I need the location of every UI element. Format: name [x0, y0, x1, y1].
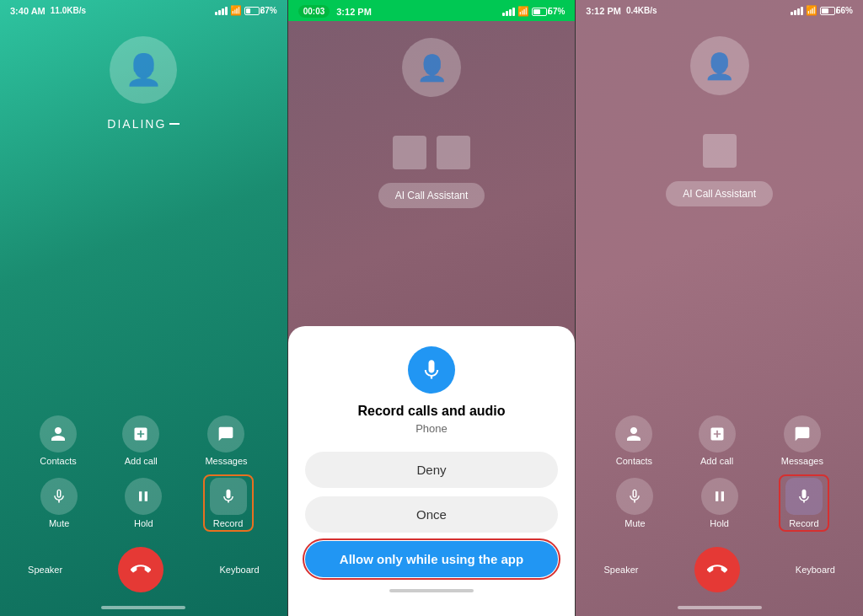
deny-btn[interactable]: Deny [305, 452, 559, 488]
controls-row2-3: Mute Hold Record [592, 478, 846, 528]
placeholder-bar-2b [437, 136, 470, 169]
dialog-title: Record calls and audio [357, 404, 505, 419]
contacts-btn-1[interactable]: Contacts [40, 415, 77, 466]
controls-area-3: Contacts Add call Messages [576, 405, 863, 547]
time-3: 3:12 PM [586, 6, 621, 16]
battery-2: 57% [532, 7, 565, 16]
signal-icon-3 [791, 7, 803, 15]
add-call-btn-1[interactable]: Add call [122, 415, 159, 466]
permission-dialog: Record calls and audio Phone Deny Once A… [288, 326, 576, 616]
person-icon-3: 👤 [704, 51, 735, 81]
hold-icon-3 [701, 478, 738, 515]
mute-label-1: Mute [49, 518, 69, 528]
mute-icon-3 [616, 478, 653, 515]
time-1: 3:40 AM [10, 6, 46, 16]
allow-btn[interactable]: Allow only while using the app [305, 541, 559, 577]
hold-btn-1[interactable]: Hold [125, 478, 162, 528]
mute-btn-1[interactable]: Mute [40, 478, 78, 528]
mute-label-3: Mute [624, 518, 645, 528]
add-call-label-3: Add call [700, 456, 733, 466]
wifi-icon-3: 📶 [806, 5, 817, 16]
network-speed-3: 0.4KB/s [626, 6, 657, 15]
home-indicator-1 [101, 606, 185, 609]
controls-row2-1: Mute Hold Record [17, 478, 271, 528]
placeholder-bars-3 [703, 134, 737, 168]
messages-icon-1 [207, 415, 244, 453]
messages-icon-3 [784, 415, 821, 453]
keyboard-label-3: Keyboard [796, 565, 835, 575]
signal-icon-1 [215, 7, 228, 15]
contacts-label-3: Contacts [616, 456, 652, 466]
avatar-3: 👤 [690, 36, 749, 95]
network-speed-1: 11.0KB/s [51, 6, 86, 15]
speaker-btn-1[interactable]: Speaker [28, 565, 62, 575]
dialog-subtitle: Phone [415, 422, 448, 435]
mute-icon-1 [40, 478, 78, 515]
time-2: 3:12 PM [336, 7, 372, 17]
home-indicator-2 [389, 589, 474, 592]
end-call-btn-1[interactable] [118, 547, 163, 592]
avatar-area-3: 👤 AI Call Assistant [576, 19, 863, 405]
bottom-row-1: Speaker Keyboard [0, 547, 287, 603]
dialing-text: DIALING [107, 117, 180, 131]
wifi-icon-1: 📶 [230, 5, 242, 16]
contacts-icon-1 [40, 415, 77, 453]
add-call-btn-3[interactable]: Add call [699, 415, 736, 466]
avatar-1: 👤 [110, 36, 177, 104]
contacts-label-1: Contacts [40, 456, 76, 466]
hold-btn-3[interactable]: Hold [701, 478, 738, 528]
record-btn-1[interactable]: Record [210, 478, 247, 528]
avatar-2: 👤 [402, 38, 461, 97]
messages-btn-3[interactable]: Messages [781, 415, 823, 466]
record-label-1: Record [213, 518, 243, 528]
call-timer: 00:03 [298, 5, 330, 18]
record-label-3: Record [789, 518, 818, 528]
keyboard-btn-1[interactable]: Keyboard [219, 565, 259, 575]
wifi-icon-2: 📶 [517, 6, 529, 17]
messages-label-3: Messages [781, 456, 823, 466]
add-call-label-1: Add call [125, 456, 158, 466]
placeholder-bar-3a [703, 134, 737, 168]
speaker-btn-3[interactable]: Speaker [603, 565, 638, 575]
phone-screen-2: 00:03 3:12 PM 📶 57% 👤 AI Call Assistant [287, 0, 576, 616]
record-btn-3[interactable]: Record [785, 478, 823, 528]
status-bar-1: 3:40 AM 11.0KB/s 📶 37% [0, 0, 287, 19]
mic-icon-dialog [408, 346, 455, 394]
dialing-cursor [169, 123, 180, 125]
battery-3: 56% [820, 6, 853, 15]
contacts-btn-3[interactable]: Contacts [615, 415, 652, 466]
person-icon-1: 👤 [125, 52, 163, 88]
status-bar-2: 00:03 3:12 PM 📶 57% [288, 0, 576, 21]
bottom-row-3: Speaker Keyboard [576, 547, 863, 603]
dialing-label: DIALING [107, 117, 166, 131]
hold-icon-1 [125, 478, 162, 515]
mute-btn-3[interactable]: Mute [616, 478, 653, 528]
phone-screen-3: 3:12 PM 0.4KB/s 📶 56% 👤 AI Call Assistan… [576, 0, 863, 616]
end-call-btn-3[interactable] [694, 547, 740, 592]
controls-row1-1: Contacts Add call Messages [17, 415, 271, 466]
avatar-area-1: 👤 DIALING [0, 19, 287, 405]
ai-assistant-btn-3[interactable]: AI Call Assistant [666, 181, 773, 206]
ai-assistant-btn-2[interactable]: AI Call Assistant [378, 183, 485, 208]
status-bar-3: 3:12 PM 0.4KB/s 📶 56% [576, 0, 863, 19]
contacts-icon-3 [615, 415, 652, 453]
record-icon-3 [785, 478, 823, 515]
controls-row1-3: Contacts Add call Messages [592, 415, 846, 466]
add-call-icon-1 [122, 415, 159, 453]
home-indicator-3 [678, 606, 762, 609]
record-icon-1 [210, 478, 247, 515]
placeholder-bar-2a [393, 136, 426, 169]
hold-label-1: Hold [134, 518, 153, 528]
phone-screen-1: 3:40 AM 11.0KB/s 📶 37% 👤 DIALING [0, 0, 287, 616]
speaker-label-1: Speaker [28, 565, 62, 575]
placeholder-bars-2 [393, 136, 470, 169]
keyboard-btn-3[interactable]: Keyboard [796, 565, 835, 575]
signal-icon-2 [502, 8, 515, 16]
add-call-icon-3 [699, 415, 736, 453]
controls-area-1: Contacts Add call Messages [0, 405, 287, 547]
person-icon-2: 👤 [416, 53, 448, 83]
messages-label-1: Messages [205, 456, 247, 466]
messages-btn-1[interactable]: Messages [205, 415, 247, 466]
once-btn[interactable]: Once [305, 496, 559, 533]
speaker-label-3: Speaker [603, 565, 638, 575]
